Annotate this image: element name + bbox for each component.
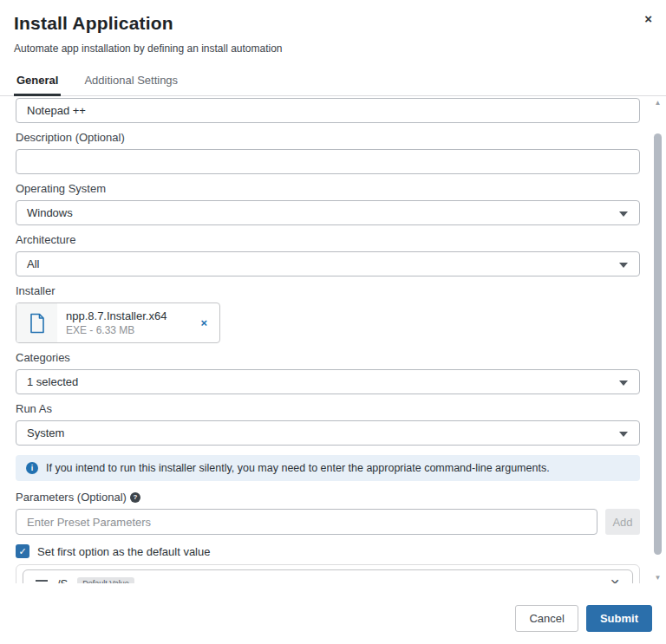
- info-banner-text: If you intend to run this installer sile…: [46, 462, 550, 474]
- run-as-label: Run As: [16, 402, 640, 415]
- app-name-input[interactable]: Notepad ++: [16, 98, 640, 123]
- run-as-select[interactable]: System: [16, 420, 640, 446]
- cancel-button[interactable]: Cancel: [515, 605, 578, 632]
- preset-parameters-input[interactable]: Enter Preset Parameters: [16, 509, 597, 535]
- checkbox-checked-icon[interactable]: ✓: [16, 544, 29, 558]
- tab-general[interactable]: General: [14, 69, 61, 96]
- parameter-row: /S Default Value ✕: [23, 569, 633, 583]
- dialog-header: Install Application Automate app install…: [0, 0, 666, 55]
- submit-button[interactable]: Submit: [586, 605, 652, 632]
- scroll-up-icon[interactable]: ▲: [652, 99, 663, 107]
- scrollbar-thumb[interactable]: [654, 133, 662, 555]
- categories-value: 1 selected: [27, 375, 78, 388]
- add-parameter-button[interactable]: Add: [605, 509, 640, 535]
- categories-label: Categories: [16, 351, 640, 364]
- scroll-down-icon[interactable]: ▼: [652, 574, 663, 582]
- operating-system-value: Windows: [27, 206, 73, 219]
- installer-label: Installer: [16, 284, 640, 297]
- checkbox-label: Set first option as the default value: [37, 545, 210, 558]
- form-scroll-area: Notepad ++ Description (Optional) Operat…: [0, 97, 666, 583]
- page-title: Install Application: [14, 13, 652, 34]
- dialog-footer: Cancel Submit: [515, 605, 652, 632]
- installer-file-chip: npp.8.7.Installer.x64 EXE - 6.33 MB ×: [16, 302, 220, 343]
- file-name: npp.8.7.Installer.x64: [66, 309, 188, 324]
- tab-bar: General Additional Settings: [0, 69, 666, 96]
- dialog-subtitle: Automate app installation by defining an…: [14, 42, 652, 55]
- file-icon-cell: [16, 303, 57, 342]
- parameters-label: Parameters (Optional): [16, 491, 127, 504]
- help-icon[interactable]: ?: [130, 492, 140, 503]
- info-icon: i: [26, 462, 38, 474]
- architecture-value: All: [27, 257, 39, 270]
- file-meta: EXE - 6.33 MB: [66, 323, 188, 337]
- parameter-value: /S: [57, 577, 68, 584]
- architecture-select[interactable]: All: [16, 251, 640, 276]
- operating-system-label: Operating System: [16, 182, 640, 195]
- parameters-input-row: Enter Preset Parameters Add: [16, 509, 640, 535]
- parameter-rows-container: /S Default Value ✕: [16, 564, 640, 583]
- drag-handle-icon[interactable]: [36, 580, 48, 584]
- chevron-down-icon: [619, 432, 628, 437]
- description-input[interactable]: [16, 149, 640, 174]
- install-application-dialog: Install Application Automate app install…: [0, 0, 666, 644]
- info-banner: i If you intend to run this installer si…: [16, 455, 640, 481]
- vertical-scrollbar[interactable]: ▲ ▼: [652, 97, 663, 582]
- categories-select[interactable]: 1 selected: [16, 369, 640, 394]
- architecture-label: Architecture: [16, 233, 640, 246]
- tab-additional-settings[interactable]: Additional Settings: [82, 69, 180, 95]
- description-label: Description (Optional): [16, 131, 640, 144]
- file-info: npp.8.7.Installer.x64 EXE - 6.33 MB: [57, 309, 197, 338]
- close-icon[interactable]: ×: [644, 12, 652, 25]
- default-value-checkbox-row[interactable]: ✓ Set first option as the default value: [16, 544, 640, 558]
- remove-parameter-icon[interactable]: ✕: [610, 576, 620, 583]
- chevron-down-icon: [619, 381, 628, 386]
- run-as-value: System: [27, 426, 64, 439]
- default-value-badge: Default Value: [77, 577, 134, 583]
- file-icon: [29, 313, 46, 334]
- chevron-down-icon: [619, 211, 628, 217]
- parameters-label-row: Parameters (Optional) ?: [16, 491, 640, 504]
- chevron-down-icon: [619, 263, 628, 268]
- remove-file-icon[interactable]: ×: [197, 316, 219, 329]
- operating-system-select[interactable]: Windows: [16, 200, 640, 225]
